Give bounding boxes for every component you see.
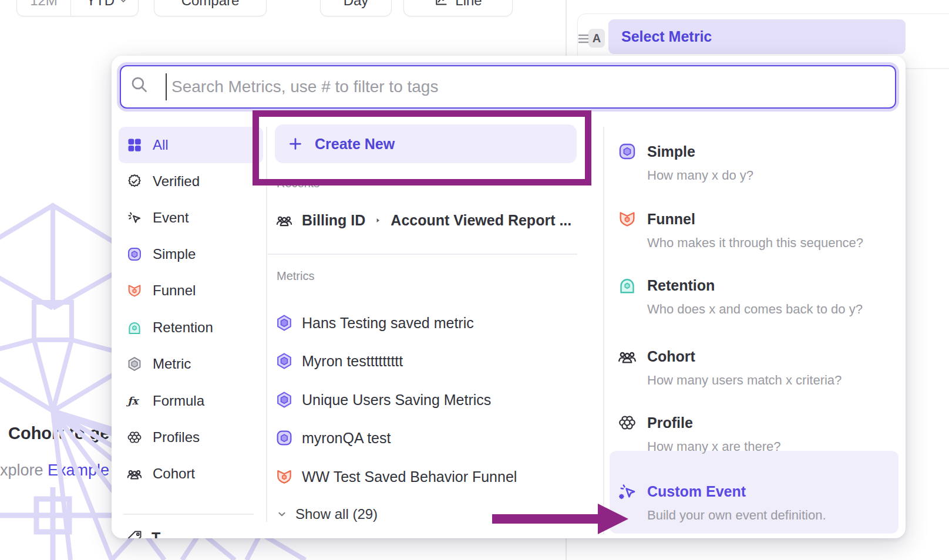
annotation-arrow xyxy=(492,514,599,524)
cohort-people-icon xyxy=(617,346,638,367)
chart-type-line-button[interactable]: Line xyxy=(403,0,513,16)
recent-source: Billing ID xyxy=(302,212,365,229)
type-retention[interactable]: Retention Who does x and comes back to d… xyxy=(610,257,898,319)
create-new-button[interactable]: Create New xyxy=(275,124,577,163)
series-a-badge: A xyxy=(588,29,605,48)
cohort-people-icon xyxy=(126,465,143,483)
type-profile[interactable]: Profile How many x are there? xyxy=(610,394,898,457)
retention-icon xyxy=(617,275,638,296)
sidebar-item-metric[interactable]: Metric xyxy=(119,346,263,382)
search-input[interactable] xyxy=(120,65,896,109)
line-chart-icon xyxy=(434,0,449,8)
interval-day-button[interactable]: Day xyxy=(320,0,392,16)
cohort-people-icon xyxy=(275,211,294,230)
metric-hexagon-icon xyxy=(126,355,143,373)
formula-fx-icon: ƒx xyxy=(126,392,143,410)
metrics-section-label: Metrics xyxy=(277,269,314,283)
sidebar-item-event[interactable]: Event xyxy=(119,200,263,236)
caret-right-icon xyxy=(373,216,382,225)
middle-divider xyxy=(268,254,577,255)
sidebar-item-retention[interactable]: Retention xyxy=(119,309,263,346)
sidebar-divider xyxy=(123,514,254,515)
drag-handle-icon[interactable] xyxy=(578,31,590,46)
sidebar-item-tags-partial[interactable]: T xyxy=(126,529,160,538)
simple-metric-icon xyxy=(617,141,638,162)
event-cursor-icon xyxy=(126,209,143,227)
simple-metric-icon xyxy=(126,245,143,263)
retention-icon xyxy=(126,319,143,336)
funnel-icon xyxy=(275,467,294,486)
svg-text:ƒx: ƒx xyxy=(126,395,140,407)
recent-item-row[interactable]: Billing ID Account Viewed Report ... xyxy=(275,210,571,230)
range-12m-button[interactable]: 12M xyxy=(17,0,71,16)
range-ytd-button[interactable]: YTD xyxy=(77,0,138,16)
recents-section-label: Recents xyxy=(277,177,319,190)
chevron-down-icon xyxy=(118,0,129,6)
text-cursor xyxy=(166,73,167,100)
column-divider-left xyxy=(266,127,267,522)
metric-list-item[interactable]: Myron testtttttttt xyxy=(275,351,403,371)
recent-target: Account Viewed Report ... xyxy=(391,212,571,229)
sidebar-item-cohort[interactable]: Cohort xyxy=(119,456,263,492)
compare-button[interactable]: Compare xyxy=(154,0,267,16)
tag-icon xyxy=(126,529,143,538)
select-metric-field[interactable]: Select Metric xyxy=(608,19,906,54)
search-icon xyxy=(129,75,149,95)
metric-list-item[interactable]: WW Test Saved Behavior Funnel xyxy=(275,467,517,487)
type-simple[interactable]: Simple How many x do y? xyxy=(610,123,898,185)
plus-icon xyxy=(287,135,304,153)
sidebar-item-verified[interactable]: Verified xyxy=(119,163,263,200)
sidebar-item-funnel[interactable]: Funnel xyxy=(119,272,263,309)
sidebar-item-profiles[interactable]: Profiles xyxy=(119,419,263,456)
metric-list-item[interactable]: myronQA test xyxy=(275,428,391,448)
chevron-down-icon xyxy=(275,508,288,521)
type-cohort[interactable]: Cohort How many users match x criteria? xyxy=(610,328,898,390)
grid-icon xyxy=(126,136,143,154)
show-all-button[interactable]: Show all (29) xyxy=(275,505,378,523)
custom-event-cursor-icon xyxy=(617,481,638,502)
type-funnel[interactable]: Funnel Who makes it through this sequenc… xyxy=(610,191,898,253)
metric-list-item[interactable]: Hans Testing saved metric xyxy=(275,313,474,333)
funnel-icon xyxy=(126,282,143,299)
column-divider-right xyxy=(603,127,604,534)
funnel-icon xyxy=(617,208,638,230)
metric-list-item[interactable]: Unique Users Saving Metrics xyxy=(275,390,491,410)
type-custom-event[interactable]: Custom Event Build your own event defini… xyxy=(610,463,898,525)
profiles-flower-icon xyxy=(126,429,143,446)
verified-badge-icon xyxy=(126,173,143,190)
date-range-control: 12M YTD xyxy=(16,0,139,16)
sidebar-item-all[interactable]: All xyxy=(119,127,263,163)
metric-picker-panel: All Verified Event Simple Funnel Retenti… xyxy=(112,56,906,538)
sidebar-item-formula[interactable]: ƒx Formula xyxy=(119,383,263,419)
sidebar-item-simple[interactable]: Simple xyxy=(119,236,263,272)
profiles-flower-icon xyxy=(617,412,638,433)
metric-hexagon-icon xyxy=(275,390,294,409)
annotation-arrow-head xyxy=(598,504,628,534)
metric-hexagon-icon xyxy=(275,313,294,332)
simple-metric-icon xyxy=(275,429,294,447)
metric-hexagon-icon xyxy=(275,352,294,370)
